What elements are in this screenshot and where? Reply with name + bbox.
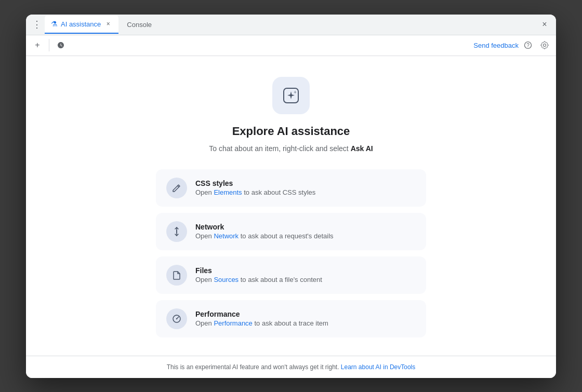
css-icon-wrap	[166, 178, 187, 198]
footer: This is an experimental AI feature and w…	[26, 356, 556, 378]
svg-text:?: ?	[526, 43, 530, 48]
cards-container: CSS styles Open Elements to ask about CS…	[156, 169, 426, 337]
card-files-desc: Open Sources to ask about a file's conte…	[195, 276, 322, 283]
explore-subtitle: To chat about an item, right-click and s…	[209, 144, 373, 153]
files-icon-wrap	[166, 265, 187, 286]
send-feedback-link[interactable]: Send feedback	[473, 42, 519, 49]
card-files-title: Files	[195, 266, 322, 275]
performance-link[interactable]: Performance	[214, 319, 252, 327]
toolbar: + Send feedback ?	[26, 35, 556, 56]
card-network-title: Network	[195, 223, 334, 231]
main-content: Explore AI assistance To chat about an i…	[26, 56, 556, 356]
card-network-desc: Open Network to ask about a request's de…	[195, 232, 334, 240]
network-icon-wrap	[166, 221, 187, 242]
card-files[interactable]: Files Open Sources to ask about a file's…	[156, 256, 426, 294]
card-files-text: Files Open Sources to ask about a file's…	[195, 266, 322, 283]
svg-point-4	[176, 318, 177, 319]
learn-ai-link[interactable]: Learn about AI in DevTools	[341, 363, 415, 371]
performance-icon-wrap	[166, 308, 187, 329]
arrows-updown-icon	[171, 226, 182, 237]
tab-console-label: Console	[127, 21, 152, 29]
explore-title: Explore AI assistance	[232, 125, 350, 138]
devtools-window: ⋮ ⚗ AI assistance × Console × + Send fee…	[26, 15, 556, 378]
help-icon: ?	[524, 41, 532, 49]
help-button[interactable]: ?	[521, 38, 535, 52]
tab-close-button[interactable]: ×	[104, 20, 112, 28]
more-options-icon[interactable]: ⋮	[30, 18, 43, 31]
card-performance[interactable]: Performance Open Performance to ask abou…	[156, 300, 426, 337]
flask-icon: ⚗	[51, 20, 58, 28]
sources-link[interactable]: Sources	[214, 276, 239, 283]
card-css-text: CSS styles Open Elements to ask about CS…	[195, 179, 315, 196]
gear-icon	[540, 41, 549, 49]
ai-icon-wrapper	[272, 77, 310, 114]
new-tab-button[interactable]: +	[30, 38, 45, 52]
history-button[interactable]	[54, 38, 68, 52]
network-link[interactable]: Network	[214, 232, 239, 240]
card-css-desc: Open Elements to ask about CSS styles	[195, 188, 315, 196]
pencil-icon	[171, 183, 182, 193]
card-network-text: Network Open Network to ask about a requ…	[195, 223, 334, 240]
card-performance-title: Performance	[195, 310, 328, 318]
card-network[interactable]: Network Open Network to ask about a requ…	[156, 213, 426, 250]
tab-ai-label: AI assistance	[61, 20, 101, 28]
file-icon	[171, 270, 182, 280]
footer-text: This is an experimental AI feature and w…	[167, 363, 339, 371]
card-css[interactable]: CSS styles Open Elements to ask about CS…	[156, 169, 426, 207]
gauge-icon	[171, 314, 182, 324]
history-icon	[57, 41, 65, 49]
tab-ai-assistance[interactable]: ⚗ AI assistance ×	[45, 15, 118, 34]
tab-console[interactable]: Console	[121, 15, 158, 34]
window-close-button[interactable]: ×	[537, 17, 552, 32]
elements-link[interactable]: Elements	[214, 188, 242, 196]
card-css-title: CSS styles	[195, 179, 315, 187]
card-performance-desc: Open Performance to ask about a trace it…	[195, 319, 328, 327]
ai-sparkle-icon	[282, 86, 300, 105]
card-performance-text: Performance Open Performance to ask abou…	[195, 310, 328, 327]
title-bar: ⋮ ⚗ AI assistance × Console ×	[26, 15, 556, 35]
toolbar-divider	[49, 39, 49, 51]
settings-button[interactable]	[537, 38, 552, 52]
